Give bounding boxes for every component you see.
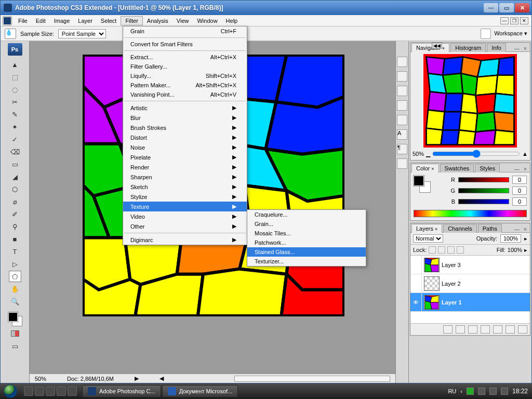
menu-layer[interactable]: Layer <box>74 17 97 25</box>
tray-app-icon[interactable] <box>478 388 485 395</box>
menu-item[interactable]: Digimarc▶ <box>123 235 247 245</box>
lock-position-icon[interactable] <box>447 246 455 254</box>
color-swatch[interactable] <box>7 311 23 327</box>
zoom-in-icon[interactable]: ▲ <box>522 151 528 157</box>
lock-transparency-icon[interactable] <box>429 246 436 254</box>
menu-item[interactable]: Pixelate▶ <box>123 152 247 162</box>
layer-row[interactable]: Layer 2 <box>410 274 530 293</box>
mdi-restore-button[interactable]: ❐ <box>510 17 518 24</box>
tab-channels[interactable]: Channels <box>443 224 476 233</box>
tray-network-icon[interactable] <box>489 388 497 395</box>
dock-collapse-icon[interactable]: ◀◀ <box>432 43 442 49</box>
tool-button[interactable]: ⚲ <box>9 221 21 232</box>
workspace-menu[interactable]: Workspace ▾ <box>494 30 527 37</box>
adj-layer-icon[interactable] <box>481 325 490 334</box>
menu-item[interactable]: Pattern Maker...Alt+Shift+Ctrl+X <box>123 81 247 90</box>
menu-item[interactable]: Convert for Smart Filters <box>123 39 247 49</box>
mdi-minimize-button[interactable]: — <box>500 17 509 24</box>
layer-row[interactable]: Layer 3 <box>410 256 530 274</box>
ql-desktop-icon[interactable] <box>24 387 33 396</box>
texture-submenu[interactable]: Craquelure...Grain...Mosaic Tiles...Patc… <box>247 209 366 267</box>
g-slider[interactable] <box>458 188 509 193</box>
language-indicator[interactable]: RU <box>448 388 456 394</box>
menu-edit[interactable]: Edit <box>32 17 50 25</box>
layer-thumbnail[interactable] <box>424 276 440 291</box>
menu-item[interactable]: Stylize▶ <box>123 192 247 202</box>
new-layer-icon[interactable] <box>506 325 515 334</box>
tool-button[interactable]: ⬡ <box>9 183 21 195</box>
navigator-zoom-slider[interactable] <box>432 150 520 158</box>
r-slider[interactable] <box>458 177 509 182</box>
dock-toolpresets-icon[interactable] <box>397 86 407 96</box>
panel-minimize-icon[interactable]: — <box>513 226 521 232</box>
menu-view[interactable]: View <box>172 17 193 25</box>
panel-close-icon[interactable]: × <box>522 166 529 172</box>
visibility-toggle[interactable] <box>410 274 422 292</box>
trash-icon[interactable] <box>518 325 527 334</box>
visibility-toggle[interactable] <box>410 256 422 274</box>
tool-button[interactable]: ⬚ <box>9 71 21 83</box>
tab-paths[interactable]: Paths <box>478 224 502 233</box>
fill-value[interactable]: 100% <box>508 247 522 253</box>
menu-window[interactable]: Window <box>193 17 221 25</box>
menu-item[interactable]: Vanishing Point...Alt+Ctrl+V <box>123 90 247 99</box>
visibility-toggle[interactable]: 👁 <box>410 293 422 311</box>
link-layers-icon[interactable] <box>443 325 453 334</box>
menu-item[interactable]: Artistic▶ <box>123 103 247 113</box>
tool-button[interactable]: ✓ <box>9 134 21 145</box>
zoom-out-icon[interactable]: ▁ <box>426 151 430 157</box>
submenu-item[interactable]: Grain... <box>247 219 366 229</box>
ps-corner-icon[interactable] <box>3 16 12 25</box>
tool-button[interactable]: ▷ <box>9 258 21 270</box>
tab-color[interactable]: Color× <box>411 164 439 172</box>
workspace-gear-icon[interactable] <box>481 29 491 39</box>
dock-character-icon[interactable]: A <box>397 129 407 140</box>
tool-button[interactable]: ◌ <box>9 84 21 95</box>
lock-all-icon[interactable] <box>457 246 464 254</box>
navigator-thumbnail[interactable] <box>423 54 517 148</box>
submenu-item[interactable]: Mosaic Tiles... <box>247 229 366 238</box>
r-value[interactable]: 0 <box>512 176 527 184</box>
tab-styles[interactable]: Styles <box>475 164 500 172</box>
taskbar-task[interactable]: Adobe Photoshop C... <box>82 385 161 397</box>
menu-filter[interactable]: Filter <box>121 16 142 25</box>
start-button[interactable] <box>0 383 21 399</box>
menu-item[interactable]: Video▶ <box>123 211 247 221</box>
color-fg-chip[interactable] <box>414 176 424 186</box>
tool-button[interactable]: ▭ <box>9 158 21 170</box>
tab-swatches[interactable]: Swatches <box>440 164 474 172</box>
layer-mask-icon[interactable] <box>468 325 477 334</box>
group-icon[interactable] <box>493 325 502 334</box>
horizontal-scrollbar[interactable] <box>234 376 390 382</box>
menu-item[interactable]: Texture▶ <box>123 202 247 211</box>
menu-item[interactable]: GrainCtrl+F <box>123 26 247 36</box>
spectrum-bar[interactable] <box>414 210 527 217</box>
submenu-item[interactable]: Craquelure... <box>247 210 366 219</box>
panel-minimize-icon[interactable]: — <box>513 166 521 172</box>
g-value[interactable]: 0 <box>512 187 527 195</box>
b-value[interactable]: 0 <box>512 197 527 206</box>
tab-histogram[interactable]: Histogram <box>450 43 486 52</box>
tool-button[interactable]: ✎ <box>9 109 21 120</box>
opacity-value[interactable]: 100% <box>500 234 521 243</box>
lock-pixels-icon[interactable] <box>438 246 445 254</box>
tray-chevron-icon[interactable]: ‹ <box>460 388 462 394</box>
menu-item[interactable]: Sketch▶ <box>123 182 247 192</box>
tab-navigator[interactable]: Navigator× <box>411 43 449 52</box>
ql-explorer-icon[interactable] <box>35 387 44 396</box>
tray-av-icon[interactable] <box>467 388 474 395</box>
submenu-item[interactable]: Texturizer... <box>247 257 366 266</box>
menu-image[interactable]: Image <box>50 17 74 25</box>
tool-button[interactable]: ⬠ <box>9 271 21 282</box>
tab-layers[interactable]: Layers× <box>411 224 442 233</box>
b-slider[interactable] <box>458 199 509 204</box>
menu-analysis[interactable]: Analysis <box>143 17 172 25</box>
dock-actions-icon[interactable] <box>397 115 407 125</box>
taskbar-task[interactable]: Документ Microsof... <box>162 385 238 397</box>
status-zoom[interactable]: 50% <box>35 376 46 382</box>
menu-item[interactable]: Extract...Alt+Ctrl+X <box>123 52 247 62</box>
ql-ie-icon[interactable] <box>57 387 66 396</box>
tool-button[interactable]: ▲ <box>9 59 21 70</box>
tool-button[interactable]: ✐ <box>9 208 21 220</box>
maximize-button[interactable]: ▭ <box>499 3 514 12</box>
